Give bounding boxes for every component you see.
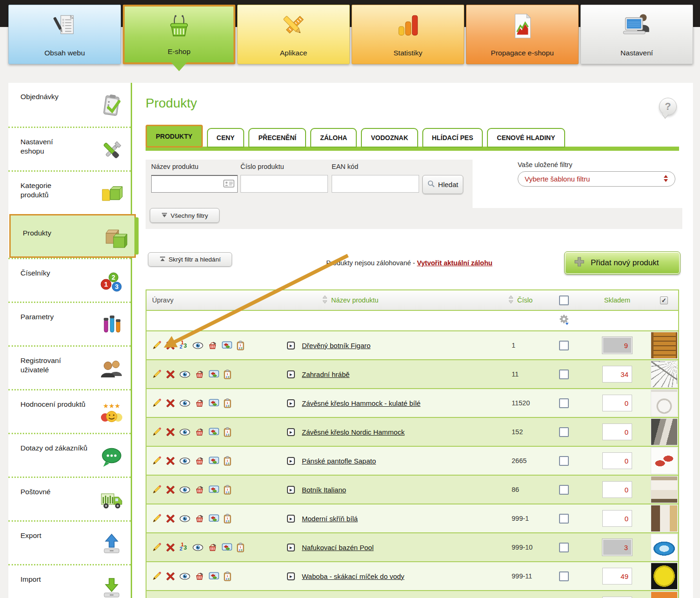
clipboard-icon[interactable]: 123 <box>224 514 231 524</box>
sidebar-item-registrovani-uzivatele[interactable]: Registrovaní uživatelé <box>8 345 131 389</box>
sidebar-item-hodnoceni-produktu[interactable]: Hodnocení produktů★★★ <box>8 389 131 433</box>
product-name-link[interactable]: Waboba - skákací míček do vody <box>302 572 404 580</box>
transfer-icon[interactable] <box>222 543 232 552</box>
product-number-input[interactable] <box>240 175 328 193</box>
sidebar-item-produkty[interactable]: Produkty <box>9 214 136 258</box>
delete-icon[interactable] <box>166 428 175 437</box>
tab-ceny[interactable]: CENY <box>207 128 245 148</box>
top-tab-statistiky[interactable]: Statistiky <box>352 5 464 64</box>
transfer-icon[interactable] <box>209 485 219 494</box>
product-name-link[interactable]: Zahradní hrábě <box>302 370 350 378</box>
sidebar-item-postovne[interactable]: Poštovné <box>8 477 131 520</box>
stock-input[interactable] <box>602 337 632 354</box>
delete-icon[interactable] <box>166 399 175 408</box>
variants-icon[interactable]: 123 <box>180 543 188 552</box>
sidebar-item-nastaveni-eshopu[interactable]: Nastavení eshopu <box>8 127 131 170</box>
transfer-icon[interactable] <box>209 370 219 379</box>
row-checkbox[interactable] <box>559 427 569 437</box>
transfer-icon[interactable] <box>209 428 219 437</box>
sidebar-item-kategorie-produktu[interactable]: Kategorie produktů <box>8 170 131 214</box>
expand-icon[interactable]: ▸ <box>287 486 295 494</box>
basket-icon[interactable] <box>195 370 204 379</box>
expand-icon[interactable]: ▸ <box>287 428 295 436</box>
clipboard-icon[interactable]: 123 <box>224 427 231 437</box>
sidebar-item-import[interactable]: Import <box>8 564 131 598</box>
select-all-checkbox[interactable] <box>559 296 569 305</box>
product-name-link[interactable]: Závěsné křeslo Nordic Hammock <box>302 428 405 436</box>
variants-icon[interactable]: 123 <box>180 341 188 350</box>
view-icon[interactable] <box>180 371 190 378</box>
product-name-link[interactable]: Botník Italiano <box>302 486 346 494</box>
edit-icon[interactable] <box>152 341 161 350</box>
expand-icon[interactable]: ▸ <box>287 399 295 407</box>
edit-icon[interactable] <box>152 485 161 494</box>
tab-produkty[interactable]: PRODUKTY <box>146 125 203 148</box>
tab-hlidaci-pes[interactable]: HLÍDACÍ PES <box>422 128 483 148</box>
sidebar-item-parametry[interactable]: Parametry <box>8 302 131 345</box>
product-name-link[interactable]: Závěsné křeslo Hammock - kulaté bílé <box>302 399 420 407</box>
basket-icon[interactable] <box>195 572 204 581</box>
stock-input[interactable] <box>602 539 632 556</box>
delete-icon[interactable] <box>166 514 175 523</box>
hide-filter-button[interactable]: Skrýt filtr a hledání <box>148 252 232 267</box>
product-name-link[interactable]: Moderní skříň bílá <box>302 515 358 523</box>
row-checkbox[interactable] <box>559 485 569 495</box>
bulk-actions-gear-icon[interactable] <box>559 314 569 328</box>
tab-preceneni[interactable]: PŘECENĚNÍ <box>248 128 306 148</box>
stock-input[interactable] <box>602 395 632 411</box>
header-name[interactable]: Název produktu <box>282 295 506 305</box>
row-checkbox[interactable] <box>559 341 569 350</box>
expand-icon[interactable]: ▸ <box>287 342 295 349</box>
edit-icon[interactable] <box>152 543 161 552</box>
column-toggle-checkbox[interactable]: ✓ <box>660 296 668 304</box>
transfer-icon[interactable] <box>209 399 219 408</box>
basket-icon[interactable] <box>195 514 204 523</box>
stock-input[interactable] <box>602 510 632 527</box>
product-name-link[interactable]: Nafukovací bazén Pool <box>302 544 373 551</box>
delete-icon[interactable] <box>166 572 175 581</box>
product-name-link[interactable]: Dřevěný botník Figaro <box>302 342 371 349</box>
basket-icon[interactable] <box>195 399 204 408</box>
basket-icon[interactable] <box>195 457 204 465</box>
stock-input[interactable] <box>602 568 632 585</box>
edit-icon[interactable] <box>152 398 161 408</box>
delete-icon[interactable] <box>166 341 175 350</box>
all-filters-button[interactable]: Všechny filtry <box>150 208 220 223</box>
basket-icon[interactable] <box>208 543 217 552</box>
delete-icon[interactable] <box>166 485 175 494</box>
edit-icon[interactable] <box>152 427 161 437</box>
view-icon[interactable] <box>180 400 190 407</box>
tab-cenove-hladiny[interactable]: CENOVÉ HLADINY <box>487 128 565 148</box>
clipboard-icon[interactable]: 123 <box>224 398 231 408</box>
top-tab-obsah-webu[interactable]: Obsah webu <box>8 5 121 64</box>
row-checkbox[interactable] <box>559 398 569 408</box>
delete-icon[interactable] <box>166 457 175 465</box>
expand-icon[interactable]: ▸ <box>287 572 295 580</box>
stock-input[interactable] <box>602 423 632 440</box>
sidebar-item-objednavky[interactable]: Objednávky <box>8 83 131 127</box>
delete-icon[interactable] <box>166 543 175 552</box>
row-checkbox[interactable] <box>559 370 569 379</box>
row-checkbox[interactable] <box>559 571 569 581</box>
sidebar-item-dotazy-od-zakazniku[interactable]: Dotazy od zákazníků <box>8 433 131 477</box>
stock-input[interactable] <box>602 366 632 383</box>
expand-icon[interactable]: ▸ <box>287 515 295 523</box>
edit-icon[interactable] <box>152 456 161 465</box>
delete-icon[interactable] <box>166 370 175 379</box>
stock-input[interactable] <box>602 481 632 498</box>
clipboard-icon[interactable]: 123 <box>224 456 231 466</box>
view-icon[interactable] <box>180 573 190 580</box>
clipboard-icon[interactable]: 123 <box>224 485 231 495</box>
row-checkbox[interactable] <box>559 543 569 552</box>
view-icon[interactable] <box>180 457 190 464</box>
clipboard-icon[interactable]: 123 <box>237 341 244 350</box>
clipboard-icon[interactable]: 123 <box>224 370 231 379</box>
top-tab-nastaveni[interactable]: Nastavení <box>580 5 693 64</box>
saved-filter-select[interactable]: Vyberte šablonu filtru <box>518 171 675 187</box>
basket-icon[interactable] <box>195 428 204 437</box>
transfer-icon[interactable] <box>209 514 219 523</box>
help-icon[interactable]: ? <box>659 98 677 115</box>
expand-icon[interactable]: ▸ <box>287 457 295 465</box>
transfer-icon[interactable] <box>209 457 219 465</box>
create-backup-link[interactable]: Vytvořit aktuální zálohu <box>417 259 492 267</box>
